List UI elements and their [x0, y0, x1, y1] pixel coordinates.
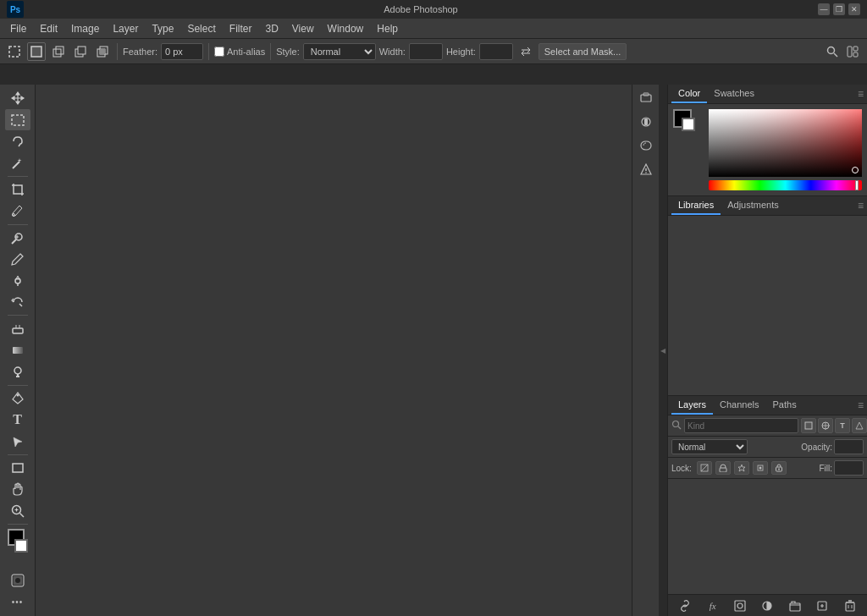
close-button[interactable]: ✕	[848, 3, 860, 15]
libraries-tab[interactable]: Libraries	[671, 196, 721, 215]
color-panel-menu-icon[interactable]: ≡	[858, 88, 864, 100]
hue-slider[interactable]	[709, 180, 862, 190]
subtract-selection-btn[interactable]	[71, 42, 90, 61]
menu-3d[interactable]: 3D	[258, 21, 284, 36]
gradient-tool-btn[interactable]	[5, 340, 30, 360]
layer-filter-shape[interactable]	[852, 418, 867, 433]
color-tab[interactable]: Color	[671, 85, 707, 103]
layer-filter-type[interactable]: T	[835, 418, 850, 433]
lock-artboard-btn[interactable]	[753, 461, 768, 475]
libraries-panel-tabs: Libraries Adjustments ≡	[668, 196, 867, 216]
delete-layer-btn[interactable]	[842, 597, 859, 614]
intersect-selection-btn[interactable]	[93, 42, 112, 61]
blend-mode-select[interactable]: Normal Multiply Screen	[671, 439, 748, 454]
layers-panel-menu-icon[interactable]: ≡	[858, 399, 864, 411]
layers-search-input[interactable]	[684, 418, 798, 433]
zoom-tool-btn[interactable]	[5, 501, 30, 521]
create-group-btn[interactable]	[787, 597, 803, 614]
move-tool-btn[interactable]	[5, 88, 30, 108]
search-icon[interactable]	[825, 44, 840, 59]
swatches-tab[interactable]: Swatches	[707, 85, 761, 103]
svg-rect-3	[56, 47, 64, 54]
menu-filter[interactable]: Filter	[223, 21, 259, 36]
color-bg-swatch[interactable]	[682, 118, 695, 131]
menu-image[interactable]: Image	[64, 21, 106, 36]
path-select-tool-btn[interactable]	[5, 431, 30, 451]
add-layer-style-btn[interactable]: fx	[704, 597, 721, 614]
svg-rect-1	[31, 47, 41, 57]
rect-selection-btn[interactable]	[27, 42, 46, 61]
marquee-rect-tool-btn[interactable]	[5, 109, 30, 129]
pen-tool-btn[interactable]	[5, 388, 30, 408]
lock-all-btn[interactable]	[771, 461, 787, 475]
background-color-swatch[interactable]	[14, 539, 28, 553]
layers-tab[interactable]: Layers	[671, 396, 713, 415]
lock-position-btn[interactable]	[734, 461, 749, 475]
width-input[interactable]	[409, 43, 443, 60]
layer-filter-adjustment[interactable]	[818, 418, 833, 433]
dodge-tool-btn[interactable]	[5, 361, 30, 382]
svg-rect-49	[720, 468, 726, 472]
fill-label: Fill:	[819, 464, 832, 473]
right-tool-2[interactable]	[636, 112, 656, 132]
canvas-right-collapse[interactable]: ◀	[659, 85, 667, 616]
style-select[interactable]: Normal Fixed Ratio Fixed Size	[303, 43, 376, 60]
paths-tab[interactable]: Paths	[766, 396, 803, 415]
adjustments-tab[interactable]: Adjustments	[721, 196, 786, 215]
create-fill-adjustment-btn[interactable]	[759, 597, 776, 614]
fill-input[interactable]	[834, 460, 864, 476]
rectangle-tool-btn[interactable]	[5, 458, 30, 478]
libraries-section: Libraries Adjustments ≡	[668, 196, 867, 396]
lock-image-btn[interactable]	[715, 461, 731, 475]
svg-point-16	[12, 214, 14, 217]
lasso-tool-btn[interactable]	[5, 131, 30, 151]
canvas-inner[interactable]	[36, 85, 632, 616]
brush-tool-btn[interactable]	[5, 249, 30, 269]
menu-help[interactable]: Help	[370, 21, 405, 36]
new-selection-btn[interactable]	[5, 42, 24, 61]
swap-dimensions-btn[interactable]	[516, 42, 535, 61]
menu-type[interactable]: Type	[145, 21, 180, 36]
menu-window[interactable]: Window	[321, 21, 371, 36]
menu-file[interactable]: File	[3, 21, 33, 36]
right-tool-3[interactable]	[636, 135, 656, 156]
eraser-tool-btn[interactable]	[5, 318, 30, 338]
opacity-input[interactable]	[834, 439, 864, 454]
svg-rect-22	[13, 347, 23, 354]
history-brush-tool-btn[interactable]	[5, 292, 30, 312]
right-tool-1[interactable]	[636, 88, 656, 108]
menu-layer[interactable]: Layer	[106, 21, 145, 36]
spot-heal-tool-btn[interactable]	[5, 227, 30, 247]
arrange-panels-btn[interactable]	[843, 42, 862, 61]
feather-input[interactable]	[161, 43, 203, 60]
channels-tab[interactable]: Channels	[713, 396, 765, 415]
add-selection-btn[interactable]	[49, 42, 68, 61]
crop-tool-btn[interactable]	[5, 179, 30, 200]
height-input[interactable]	[479, 43, 513, 60]
text-tool-btn[interactable]: T	[5, 410, 30, 430]
menu-view[interactable]: View	[285, 21, 321, 36]
title-bar-left: Ps	[7, 1, 24, 18]
extra-tools-btn[interactable]: •••	[5, 592, 30, 613]
menu-edit[interactable]: Edit	[33, 21, 64, 36]
layer-filter-pixel[interactable]	[801, 418, 816, 433]
libraries-panel-menu-icon[interactable]: ≡	[858, 200, 864, 212]
select-mask-button[interactable]: Select and Mask...	[538, 43, 627, 60]
lock-transparent-btn[interactable]	[697, 461, 712, 475]
right-tool-4[interactable]	[636, 159, 656, 179]
link-layers-btn[interactable]	[676, 597, 693, 614]
antialias-check[interactable]: Anti-alias	[214, 47, 265, 57]
color-spectrum[interactable]	[709, 109, 862, 177]
add-mask-btn[interactable]	[732, 597, 748, 614]
color-picker-wrap	[673, 109, 862, 190]
clone-tool-btn[interactable]	[5, 270, 30, 290]
eyedropper-tool-btn[interactable]	[5, 201, 30, 221]
layers-search-bar: T	[668, 415, 867, 437]
menu-select[interactable]: Select	[180, 21, 222, 36]
hand-tool-btn[interactable]	[5, 479, 30, 499]
create-new-layer-btn[interactable]	[814, 597, 831, 614]
quick-mask-btn[interactable]	[5, 570, 30, 591]
magic-wand-tool-btn[interactable]	[5, 152, 30, 173]
minimize-button[interactable]: —	[818, 3, 830, 15]
restore-button[interactable]: ❐	[833, 3, 845, 15]
